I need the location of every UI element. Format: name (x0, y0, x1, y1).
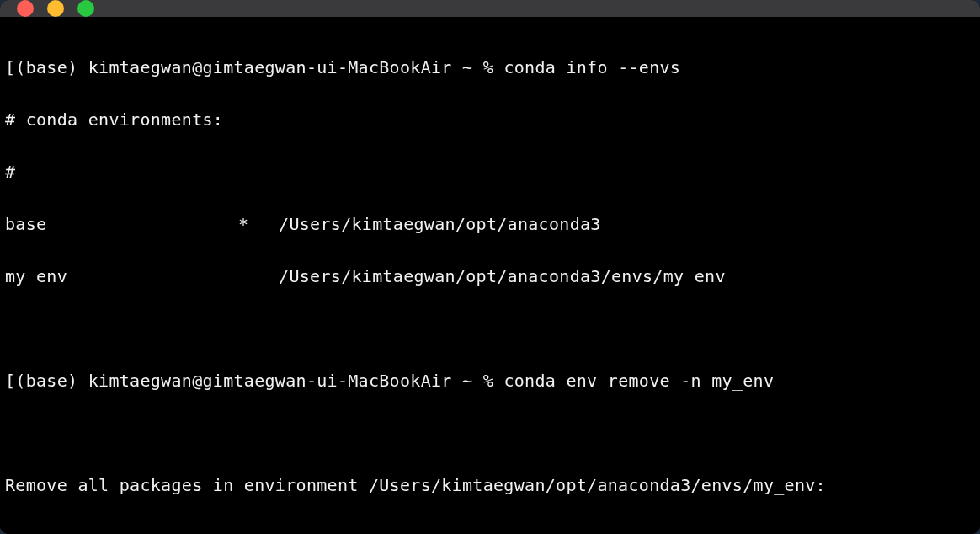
prompt-line: [(base) kimtaegwan@gimtaegwan-ui-MacBook… (5, 55, 975, 81)
env-active: * (238, 211, 279, 238)
command-text: conda info --envs (503, 57, 680, 77)
hash-line: # (5, 159, 975, 185)
titlebar (0, 0, 980, 17)
env-row: base*/Users/kimtaegwan/opt/anaconda3 (5, 211, 975, 238)
zoom-icon[interactable] (77, 0, 94, 17)
close-icon[interactable] (17, 0, 34, 17)
blank-line (5, 525, 975, 534)
env-name: my_env (5, 264, 238, 290)
env-path: /Users/kimtaegwan/opt/anaconda3/envs/my_… (279, 264, 726, 290)
envs-table-1: base*/Users/kimtaegwan/opt/anaconda3 my_… (5, 211, 975, 290)
env-name: base (5, 211, 238, 238)
env-active (238, 264, 279, 290)
remove-message: Remove all packages in environment /User… (5, 473, 975, 499)
blank-line (5, 316, 975, 342)
prompt: [(base) kimtaegwan@gimtaegwan-ui-MacBook… (5, 57, 503, 77)
prompt-line: [(base) kimtaegwan@gimtaegwan-ui-MacBook… (5, 368, 975, 394)
minimize-icon[interactable] (47, 0, 64, 17)
blank-line (5, 420, 975, 446)
terminal-window: [(base) kimtaegwan@gimtaegwan-ui-MacBook… (0, 0, 980, 534)
env-header: # conda environments: (5, 107, 975, 133)
prompt: [(base) kimtaegwan@gimtaegwan-ui-MacBook… (5, 371, 503, 391)
env-path: /Users/kimtaegwan/opt/anaconda3 (279, 211, 601, 238)
command-text: conda env remove -n my_env (503, 371, 774, 391)
env-row: my_env /Users/kimtaegwan/opt/anaconda3/e… (5, 264, 975, 290)
terminal-output[interactable]: [(base) kimtaegwan@gimtaegwan-ui-MacBook… (0, 17, 980, 534)
